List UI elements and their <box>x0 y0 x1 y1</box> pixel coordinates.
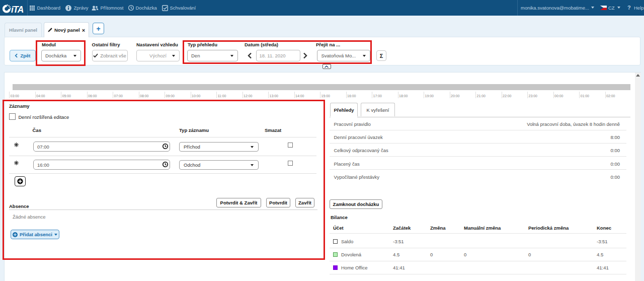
svg-text:iTA: iTA <box>11 5 24 15</box>
